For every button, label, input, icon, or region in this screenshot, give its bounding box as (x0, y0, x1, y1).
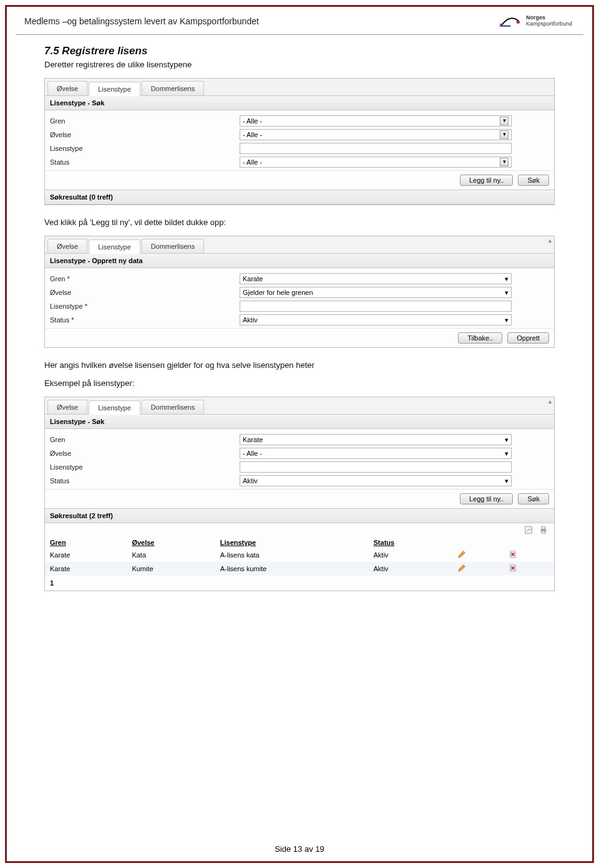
label-status: Status (50, 477, 240, 485)
tab-ovelse[interactable]: Øvelse (47, 400, 87, 414)
input-lisenstype[interactable] (240, 461, 512, 473)
add-new-button[interactable]: Legg til ny.. (460, 493, 513, 504)
tab-ovelse[interactable]: Øvelse (47, 81, 87, 95)
chevron-down-icon: ▼ (500, 117, 509, 125)
scroll-up-icon: ▲ (547, 398, 553, 405)
panel-title: Lisenstype - Søk (45, 96, 554, 110)
page-frame: Medlems –og betalingssystem levert av Ka… (5, 5, 594, 863)
chevron-down-icon: ▼ (500, 130, 509, 139)
delete-icon[interactable] (509, 550, 517, 559)
label-ovelse: Øvelse (50, 289, 240, 296)
tab-lisenstype[interactable]: Lisenstype (89, 400, 140, 415)
select-ovelse[interactable]: Gjelder for hele grenen ▾ (240, 287, 512, 298)
text-after-panel1: Ved klikk på 'Legg til ny', vil dette bi… (44, 218, 555, 227)
result-bar: Søkresultat (2 treff) (45, 508, 554, 523)
page-header: Medlems –og betalingssystem levert av Ka… (16, 7, 583, 35)
table-row: Karate Kata A-lisens kata Aktiv (45, 548, 554, 562)
chevron-down-icon: ▾ (505, 477, 509, 485)
label-gren: Gren (50, 117, 240, 125)
search-button[interactable]: Søk (518, 175, 549, 186)
label-ovelse: Øvelse (50, 131, 240, 138)
print-icon[interactable] (539, 526, 548, 534)
panel-example: ▲ Øvelse Lisenstype Dommerlisens Lisenst… (44, 397, 555, 591)
label-ovelse: Øvelse (50, 450, 240, 457)
tab-lisenstype[interactable]: Lisenstype (89, 82, 140, 96)
tab-dommerlisens[interactable]: Dommerlisens (142, 239, 204, 253)
select-ovelse[interactable]: - Alle - ▾ (240, 448, 512, 459)
chevron-down-icon: ▾ (505, 436, 509, 444)
tab-bar: Øvelse Lisenstype Dommerlisens (45, 79, 554, 96)
table-row: Karate Kumite A-lisens kumite Aktiv (45, 562, 554, 576)
label-status: Status (50, 158, 240, 166)
panel-create: ▲ Øvelse Lisenstype Dommerlisens Lisenst… (44, 236, 555, 348)
chevron-down-icon: ▾ (505, 316, 509, 324)
select-gren[interactable]: - Alle - ▼ (240, 115, 512, 127)
tab-bar: Øvelse Lisenstype Dommerlisens (45, 397, 554, 415)
chevron-down-icon: ▼ (500, 158, 509, 166)
panel-search: Øvelse Lisenstype Dommerlisens Lisenstyp… (44, 78, 555, 205)
svg-rect-6 (542, 531, 545, 534)
chevron-down-icon: ▾ (505, 450, 509, 458)
select-gren[interactable]: Karate ▾ (240, 434, 512, 445)
col-status[interactable]: Status (369, 537, 453, 548)
label-lisenstype: Lisenstype * (50, 302, 240, 310)
tab-ovelse[interactable]: Øvelse (47, 239, 87, 253)
scroll-up-icon: ▲ (547, 238, 553, 244)
result-bar: Søkresultat (0 treff) (45, 190, 554, 205)
brand-logo: Norges Kampsportforbund (497, 12, 572, 31)
delete-icon[interactable] (509, 564, 517, 572)
input-lisenstype[interactable] (240, 143, 512, 154)
label-status: Status * (50, 316, 240, 324)
label-lisenstype: Lisenstype (50, 145, 240, 152)
add-new-button[interactable]: Legg til ny.. (460, 175, 513, 186)
text-after-panel2: Her angis hvilken øvelse lisensen gjelde… (44, 360, 555, 370)
label-gren: Gren (50, 436, 240, 443)
logo-text: Norges Kampsportforbund (526, 15, 572, 27)
tab-dommerlisens[interactable]: Dommerlisens (142, 400, 204, 414)
select-ovelse[interactable]: - Alle - ▼ (240, 129, 512, 140)
select-status[interactable]: - Alle - ▼ (240, 157, 512, 168)
svg-rect-1 (500, 26, 510, 27)
result-table: Gren Øvelse Lisenstype Status Karate Kat… (45, 537, 554, 576)
header-title: Medlems –og betalingssystem levert av Ka… (24, 16, 259, 26)
svg-rect-5 (542, 527, 545, 529)
intro-text: Deretter registreres de ulike lisenstype… (44, 60, 555, 69)
tab-bar: Øvelse Lisenstype Dommerlisens (45, 236, 554, 254)
panel-title: Lisenstype - Opprett ny data (45, 254, 554, 268)
page-footer: Side 13 av 19 (7, 844, 592, 854)
col-lisenstype[interactable]: Lisenstype (215, 537, 369, 548)
search-button[interactable]: Søk (518, 493, 549, 504)
col-gren[interactable]: Gren (45, 537, 127, 548)
input-lisenstype[interactable] (240, 301, 512, 312)
back-button[interactable]: Tilbake.. (458, 332, 502, 344)
create-button[interactable]: Opprett (507, 332, 549, 344)
export-icon[interactable] (524, 526, 533, 534)
select-gren[interactable]: Karate ▾ (240, 273, 512, 284)
tab-dommerlisens[interactable]: Dommerlisens (142, 81, 204, 95)
edit-icon[interactable] (457, 564, 466, 572)
edit-icon[interactable] (457, 550, 466, 559)
col-ovelse[interactable]: Øvelse (127, 537, 215, 548)
svg-rect-3 (525, 527, 532, 534)
pager[interactable]: 1 (45, 576, 554, 591)
label-gren: Gren * (50, 275, 240, 282)
svg-rect-2 (500, 24, 503, 25)
tab-lisenstype[interactable]: Lisenstype (89, 239, 140, 254)
label-lisenstype: Lisenstype (50, 463, 240, 471)
chevron-down-icon: ▾ (505, 275, 509, 283)
chevron-down-icon: ▾ (505, 289, 509, 297)
panel-title: Lisenstype - Søk (45, 415, 554, 429)
example-label: Eksempel på lisenstyper: (44, 379, 555, 388)
select-status[interactable]: Aktiv ▾ (240, 475, 512, 486)
kampsport-logo-icon (497, 12, 522, 31)
section-heading: 7.5 Registrere lisens (44, 45, 555, 57)
select-status[interactable]: Aktiv ▾ (240, 314, 512, 326)
svg-point-0 (517, 21, 520, 24)
